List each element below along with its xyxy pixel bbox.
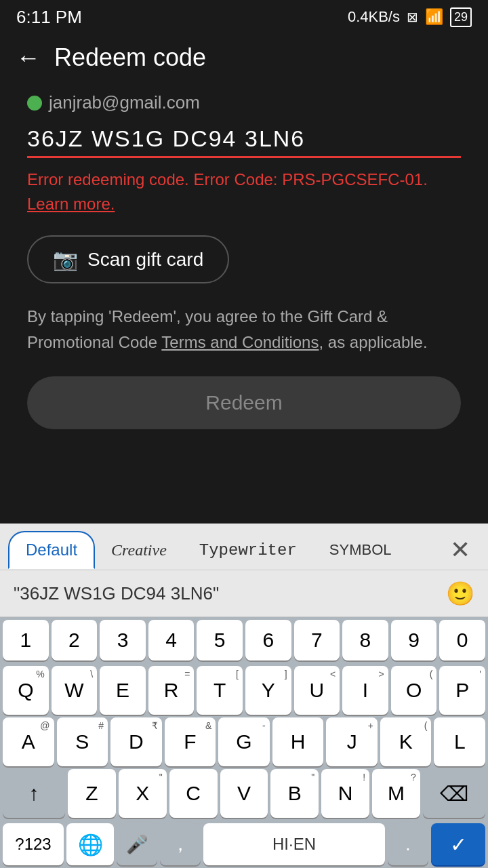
keyboard-area: Default Creative Typewriter SYMBOL ✕ "36… — [0, 524, 488, 868]
content-area: janjrab@gmail.com Error redeeming code. … — [0, 81, 488, 440]
enter-key[interactable]: ✓ — [431, 823, 485, 865]
header: ← Redeem code — [0, 34, 488, 81]
key-c[interactable]: C — [169, 769, 218, 818]
key-9[interactable]: 9 — [391, 620, 437, 660]
email-row: janjrab@gmail.com — [27, 92, 461, 113]
battery-icon: 29 — [450, 7, 472, 27]
back-button[interactable]: ← — [16, 45, 41, 70]
shift-key[interactable]: ↑ — [3, 769, 65, 818]
kb-tab-default[interactable]: Default — [8, 531, 95, 569]
key-row-2: A@ S# D₹ F& G- H J+ K( L — [3, 717, 485, 766]
clipboard-row: "36JZ WS1G DC94 3LN6" 🙂 — [0, 570, 488, 617]
page-title: Redeem code — [54, 43, 206, 72]
terms-link[interactable]: Terms and Conditions — [161, 333, 319, 351]
comma-key[interactable]: ， — [160, 823, 201, 865]
kb-tab-typewriter[interactable]: Typewriter — [183, 533, 313, 568]
key-g[interactable]: G- — [218, 717, 270, 766]
status-time: 6:11 PM — [16, 7, 82, 28]
error-message: Error redeeming code. Error Code: PRS-PG… — [27, 167, 461, 216]
sym123-key[interactable]: ?123 — [3, 823, 64, 865]
key-e[interactable]: E — [100, 666, 146, 715]
status-icons: 0.4KB/s ⊠ 📶 29 — [348, 7, 472, 27]
key-4[interactable]: 4 — [148, 620, 195, 660]
key-y[interactable]: Y] — [245, 666, 291, 715]
key-row-3: ↑ Z X" C V B" N! M? ⌫ — [3, 769, 485, 818]
key-o[interactable]: O( — [391, 666, 437, 715]
key-v[interactable]: V — [220, 769, 268, 818]
keyboard-tabs: Default Creative Typewriter SYMBOL ✕ — [0, 524, 488, 570]
key-i[interactable]: I> — [342, 666, 388, 715]
key-w[interactable]: W\ — [52, 666, 98, 715]
network-speed: 0.4KB/s — [348, 8, 400, 26]
number-row: 1 2 3 4 5 6 7 8 9 0 — [0, 617, 488, 663]
globe-key[interactable]: 🌐 — [66, 823, 114, 865]
code-input-container — [27, 125, 461, 158]
key-3[interactable]: 3 — [100, 620, 146, 660]
email-status-dot — [27, 96, 42, 111]
key-s[interactable]: S# — [57, 717, 108, 766]
key-6[interactable]: 6 — [245, 620, 291, 660]
backspace-key[interactable]: ⌫ — [423, 769, 485, 818]
emoji-icon[interactable]: 🙂 — [446, 580, 474, 607]
key-0[interactable]: 0 — [439, 620, 485, 660]
redeem-button[interactable]: Redeem — [27, 376, 461, 429]
kb-tab-creative[interactable]: Creative — [95, 533, 183, 568]
bottom-bar: ?123 🌐 🎤 ， HI·EN . ✓ — [0, 821, 488, 868]
learn-more-link[interactable]: Learn more. — [27, 195, 115, 213]
kb-tab-symbol[interactable]: SYMBOL — [313, 533, 408, 567]
clipboard-text: "36JZ WS1G DC94 3LN6" — [14, 583, 219, 604]
camera-icon: 📷 — [53, 248, 78, 271]
key-2[interactable]: 2 — [52, 620, 98, 660]
key-b[interactable]: B" — [270, 769, 319, 818]
key-f[interactable]: F& — [165, 717, 216, 766]
terms-text: By tapping 'Redeem', you agree to the Gi… — [27, 304, 461, 356]
keyboard-close-button[interactable]: ✕ — [441, 530, 480, 570]
key-t[interactable]: T[ — [197, 666, 243, 715]
key-u[interactable]: U< — [294, 666, 340, 715]
key-7[interactable]: 7 — [294, 620, 340, 660]
key-p[interactable]: P' — [439, 666, 485, 715]
key-d[interactable]: D₹ — [110, 717, 162, 766]
key-l[interactable]: L — [434, 717, 485, 766]
key-h[interactable]: H — [272, 717, 324, 766]
key-q[interactable]: Q% — [3, 666, 49, 715]
key-r[interactable]: R= — [148, 666, 195, 715]
key-1[interactable]: 1 — [3, 620, 49, 660]
key-k[interactable]: K( — [380, 717, 432, 766]
key-x[interactable]: X" — [119, 769, 167, 818]
key-j[interactable]: J+ — [326, 717, 378, 766]
key-z[interactable]: Z — [68, 769, 116, 818]
key-5[interactable]: 5 — [197, 620, 243, 660]
key-m[interactable]: M? — [372, 769, 420, 818]
key-row-1: Q% W\ E R= T[ Y] U< I> O( P' — [3, 666, 485, 715]
status-bar: 6:11 PM 0.4KB/s ⊠ 📶 29 — [0, 0, 488, 34]
key-n[interactable]: N! — [321, 769, 369, 818]
scan-gift-card-button[interactable]: 📷 Scan gift card — [27, 235, 229, 283]
mic-key[interactable]: 🎤 — [117, 823, 157, 865]
key-8[interactable]: 8 — [342, 620, 388, 660]
key-a[interactable]: A@ — [3, 717, 54, 766]
qwerty-rows: Q% W\ E R= T[ Y] U< I> O( P' A@ S# D₹ F&… — [0, 663, 488, 821]
data-icon: ⊠ — [407, 9, 418, 25]
space-key[interactable]: HI·EN — [203, 823, 385, 865]
period-key[interactable]: . — [388, 823, 428, 865]
wifi-icon: 📶 — [425, 8, 443, 26]
code-input-field[interactable] — [27, 125, 461, 152]
email-address: janjrab@gmail.com — [49, 92, 200, 113]
